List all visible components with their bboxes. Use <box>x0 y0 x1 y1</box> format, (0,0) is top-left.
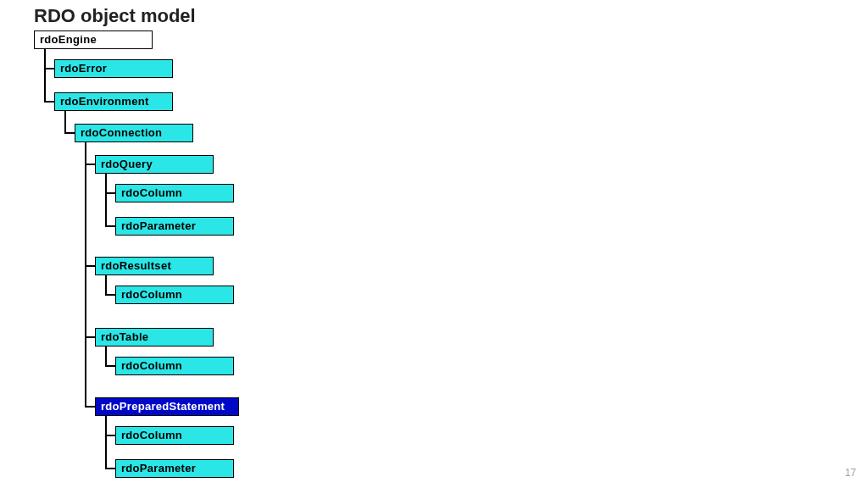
page-number: 17 <box>845 468 856 478</box>
connector <box>64 111 66 134</box>
connector <box>105 174 107 227</box>
diagram-stage: rdoEngine rdoError rdoEnvironment rdoCon… <box>34 30 288 480</box>
connector <box>105 435 115 436</box>
connector <box>105 294 115 296</box>
connector <box>44 101 54 103</box>
node-rdo-prepared-parameter: rdoParameter <box>115 459 234 478</box>
connector <box>105 225 115 227</box>
node-rdo-query-column: rdoColumn <box>115 184 234 202</box>
node-rdo-table: rdoTable <box>95 328 214 347</box>
connector <box>105 347 107 367</box>
connector <box>105 468 115 469</box>
node-rdo-resultset-column: rdoColumn <box>115 286 234 304</box>
connector <box>85 406 95 408</box>
connector <box>85 336 95 338</box>
node-rdo-query-parameter: rdoParameter <box>115 217 234 236</box>
connector <box>85 265 95 267</box>
node-rdo-resultset: rdoResultset <box>95 257 214 275</box>
node-rdo-query: rdoQuery <box>95 155 214 174</box>
connector <box>105 192 115 194</box>
node-rdo-prepared-statement: rdoPreparedStatement <box>95 397 239 416</box>
connector <box>44 49 46 103</box>
connector <box>105 416 107 469</box>
connector <box>64 132 75 134</box>
connector <box>85 142 86 408</box>
node-rdo-environment: rdoEnvironment <box>54 92 173 111</box>
node-rdo-table-column: rdoColumn <box>115 357 234 375</box>
connector <box>105 275 107 296</box>
node-rdo-connection: rdoConnection <box>75 124 193 142</box>
node-rdo-engine: rdoEngine <box>34 30 153 49</box>
node-rdo-error: rdoError <box>54 59 173 78</box>
page-title: RDO object model <box>34 5 196 27</box>
connector <box>44 68 54 69</box>
connector <box>105 365 115 367</box>
node-rdo-prepared-column: rdoColumn <box>115 426 234 445</box>
connector <box>85 164 95 165</box>
